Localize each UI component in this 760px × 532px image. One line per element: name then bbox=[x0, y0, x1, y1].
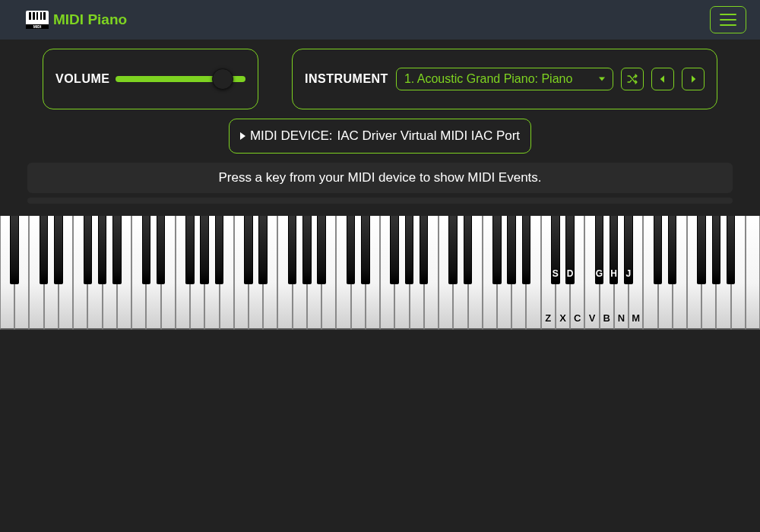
instrument-label: INSTRUMENT bbox=[305, 72, 388, 86]
black-key[interactable] bbox=[40, 216, 49, 284]
black-key[interactable]: D bbox=[565, 216, 575, 284]
black-key[interactable] bbox=[112, 216, 122, 284]
black-key[interactable] bbox=[54, 216, 63, 284]
black-key[interactable]: J bbox=[624, 216, 633, 284]
menu-button[interactable] bbox=[710, 6, 746, 33]
black-key[interactable] bbox=[258, 216, 268, 284]
volume-slider[interactable] bbox=[116, 68, 245, 90]
black-key[interactable] bbox=[697, 216, 706, 284]
key-label: G bbox=[596, 268, 603, 279]
black-key[interactable] bbox=[668, 216, 677, 284]
chevron-right-icon bbox=[687, 73, 699, 85]
chevron-left-icon bbox=[657, 73, 669, 85]
app-header: MIDI Piano bbox=[0, 0, 760, 40]
midi-device-name: IAC Driver Virtual MIDI IAC Port bbox=[337, 128, 521, 144]
black-key[interactable]: G bbox=[595, 216, 604, 284]
volume-label: VOLUME bbox=[55, 72, 109, 86]
instrument-panel: INSTRUMENT 1. Acoustic Grand Piano: Pian… bbox=[292, 49, 717, 109]
shuffle-button[interactable] bbox=[621, 68, 644, 90]
black-key[interactable] bbox=[492, 216, 502, 284]
black-key[interactable] bbox=[522, 216, 531, 284]
midi-events-log bbox=[27, 198, 733, 204]
black-key[interactable] bbox=[654, 216, 663, 284]
black-key[interactable] bbox=[390, 216, 399, 284]
black-key[interactable] bbox=[98, 216, 107, 284]
key-label: M bbox=[632, 312, 640, 324]
next-instrument-button[interactable] bbox=[682, 68, 705, 90]
logo-icon bbox=[26, 11, 49, 29]
black-key[interactable] bbox=[244, 216, 253, 284]
volume-panel: VOLUME bbox=[43, 49, 258, 109]
white-key[interactable] bbox=[746, 216, 760, 330]
black-key[interactable]: S bbox=[551, 216, 560, 284]
instrument-select[interactable]: 1. Acoustic Grand Piano: Piano bbox=[396, 68, 613, 90]
key-label: S bbox=[553, 268, 559, 279]
controls-row: VOLUME INSTRUMENT 1. Acoustic Grand Pian… bbox=[0, 40, 760, 109]
black-key[interactable] bbox=[507, 216, 516, 284]
prev-instrument-button[interactable] bbox=[651, 68, 674, 90]
brand-title: MIDI Piano bbox=[53, 11, 127, 28]
black-key[interactable] bbox=[288, 216, 297, 284]
key-label: Z bbox=[545, 312, 551, 324]
instrument-selected-value: 1. Acoustic Grand Piano: Piano bbox=[404, 72, 572, 85]
midi-device-row: MIDI DEVICE: IAC Driver Virtual MIDI IAC… bbox=[0, 119, 760, 154]
black-key[interactable] bbox=[317, 216, 326, 284]
key-label: D bbox=[567, 268, 574, 279]
shuffle-icon bbox=[626, 73, 638, 85]
volume-slider-thumb[interactable] bbox=[212, 68, 233, 90]
black-key[interactable] bbox=[10, 216, 19, 284]
key-label: V bbox=[589, 312, 596, 324]
hamburger-icon bbox=[720, 14, 736, 15]
midi-events-hint: Press a key from your MIDI device to sho… bbox=[27, 163, 733, 193]
key-label: B bbox=[603, 312, 610, 324]
black-key[interactable] bbox=[464, 216, 473, 284]
key-label: X bbox=[559, 312, 566, 324]
black-key[interactable] bbox=[361, 216, 370, 284]
midi-device-select[interactable]: MIDI DEVICE: IAC Driver Virtual MIDI IAC… bbox=[229, 119, 531, 154]
black-key[interactable] bbox=[215, 216, 224, 284]
black-key[interactable] bbox=[84, 216, 93, 284]
black-key[interactable] bbox=[448, 216, 458, 284]
black-key[interactable] bbox=[142, 216, 151, 284]
piano-keyboard: ZXCVBNM SDGHJ bbox=[0, 216, 760, 330]
key-label: J bbox=[626, 268, 632, 279]
brand[interactable]: MIDI Piano bbox=[26, 11, 127, 29]
black-key[interactable] bbox=[157, 216, 166, 284]
play-icon bbox=[240, 132, 245, 140]
black-key[interactable] bbox=[302, 216, 312, 284]
black-key[interactable] bbox=[347, 216, 356, 284]
key-label: C bbox=[574, 312, 581, 324]
black-key[interactable] bbox=[405, 216, 414, 284]
black-key[interactable] bbox=[712, 216, 721, 284]
key-label: H bbox=[610, 268, 617, 279]
black-key[interactable] bbox=[727, 216, 736, 284]
black-key[interactable] bbox=[420, 216, 429, 284]
black-key[interactable] bbox=[185, 216, 195, 284]
midi-device-label: MIDI DEVICE: bbox=[250, 128, 333, 144]
black-key[interactable] bbox=[200, 216, 209, 284]
key-label: N bbox=[618, 312, 625, 324]
black-key[interactable]: H bbox=[610, 216, 619, 284]
